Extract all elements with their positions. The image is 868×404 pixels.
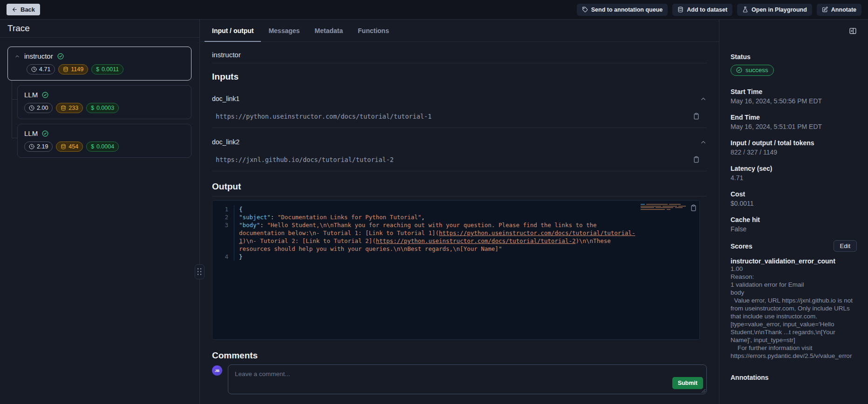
tree-connector-elbow-1 (12, 99, 17, 100)
detail-value-end-time: May 16, 2024, 5:51:01 PM EDT (731, 123, 857, 130)
copy-button[interactable] (693, 156, 700, 163)
trace-sidebar: Trace instructor 4.71 (0, 20, 200, 404)
edit-scores-button[interactable]: Edit (834, 240, 857, 252)
check-circle-icon (736, 67, 742, 73)
detail-label-cache-hit: Cache hit (731, 216, 857, 223)
cost-badge: $ 0.0003 (86, 103, 119, 113)
run-name: instructor (212, 51, 707, 63)
input-field-value-row: https://python.useinstructor.com/docs/tu… (212, 113, 707, 128)
tokens-value: 233 (68, 105, 78, 111)
detail-value-start-time: May 16, 2024, 5:50:56 PM EDT (731, 97, 857, 105)
trace-node-llm-2[interactable]: LLM 2.19 454 $ 0.0004 (17, 124, 191, 158)
comment-box: Submit (228, 364, 707, 394)
back-button[interactable]: Back (7, 4, 40, 15)
trace-node-instructor[interactable]: instructor 4.71 1149 $ 0.0011 (7, 47, 191, 81)
open-in-playground-button[interactable]: Open in Playground (737, 4, 812, 16)
database-icon (61, 144, 66, 149)
send-to-annotation-queue-button[interactable]: Send to annotation queue (577, 4, 668, 16)
run-details-panel: Status success Start Time May 16, 2024, … (719, 20, 868, 404)
detail-value-latency: 4.71 (731, 174, 857, 182)
cost-value: 0.0011 (102, 66, 119, 73)
comment-input[interactable] (228, 365, 706, 394)
back-button-label: Back (21, 6, 35, 13)
detail-label-start-time: Start Time (731, 88, 857, 95)
cost-badge: $ 0.0004 (86, 141, 119, 152)
add-to-dataset-label: Add to dataset (687, 7, 727, 13)
input-field-doc-link1: doc_link1 (212, 95, 707, 102)
detail-value-cost: $0.0011 (731, 200, 857, 207)
score-reason-label: Reason: (731, 273, 857, 281)
clipboard-icon (693, 156, 700, 163)
tab-messages[interactable]: Messages (261, 20, 307, 41)
page-layout: Trace instructor 4.71 (0, 20, 868, 404)
tab-metadata[interactable]: Metadata (307, 20, 350, 41)
clipboard-icon (693, 113, 700, 120)
tab-functions[interactable]: Functions (350, 20, 396, 41)
score-reason-line: Value error, URL https://jxnl.github.io … (731, 296, 857, 344)
copy-output-button[interactable] (690, 204, 697, 211)
latency-badge: 2.00 (24, 103, 53, 113)
trace-node-badges: 2.00 233 $ 0.0003 (24, 103, 185, 113)
trace-panel-title: Trace (0, 20, 199, 38)
field-value: https://jxnl.github.io/docs/tutorial/tut… (212, 156, 394, 163)
output-code-viewer[interactable]: 1{2"subject": "Documentation Links for P… (212, 200, 700, 340)
trace-node-name: LLM (24, 91, 38, 99)
status-label: Status (731, 53, 857, 61)
submit-comment-button[interactable]: Submit (672, 377, 703, 389)
clock-icon (29, 105, 34, 111)
main-panel: Input / output Messages Metadata Functio… (200, 20, 719, 404)
panel-resize-handle[interactable] (195, 264, 205, 279)
open-in-playground-label: Open in Playground (752, 7, 807, 13)
latency-value: 2.19 (37, 143, 48, 150)
clipboard-icon (690, 204, 697, 211)
field-label: doc_link1 (212, 95, 239, 102)
tokens-badge: 1149 (58, 64, 88, 74)
tokens-value: 1149 (71, 66, 83, 73)
cost-value: 0.0003 (96, 105, 114, 111)
tokens-badge: 233 (56, 103, 83, 113)
trace-node-badges: 2.19 454 $ 0.0004 (24, 141, 185, 152)
latency-badge: 2.19 (24, 141, 53, 152)
field-value: https://python.useinstructor.com/docs/tu… (212, 113, 431, 120)
resize-handle-icon[interactable] (702, 389, 705, 393)
trace-node-llm-1[interactable]: LLM 2.00 233 $ 0.0003 (17, 85, 191, 119)
database-icon (677, 7, 683, 13)
score-reason-line: For further information visit https://er… (731, 344, 857, 360)
scores-heading: Scores (731, 242, 752, 250)
tab-bar: Input / output Messages Metadata Functio… (200, 20, 719, 42)
topbar-actions: Send to annotation queue Add to dataset … (577, 4, 861, 16)
tree-connector-elbow-2 (12, 138, 17, 138)
collapse-field-button[interactable] (700, 139, 707, 146)
database-icon (63, 67, 68, 72)
score-reason-line: 1 validation error for Email (731, 281, 857, 289)
detail-label-end-time: End Time (731, 114, 857, 121)
collapse-field-button[interactable] (700, 95, 707, 102)
score-reason-line: body (731, 289, 857, 296)
add-to-dataset-button[interactable]: Add to dataset (672, 4, 732, 16)
copy-button[interactable] (693, 113, 700, 120)
avatar: JB (212, 365, 222, 376)
tab-input-output[interactable]: Input / output (205, 20, 261, 41)
collapse-panel-button[interactable] (849, 27, 857, 35)
detail-label-latency: Latency (sec) (731, 165, 857, 172)
code-line: 4} (212, 253, 699, 261)
check-circle-icon (42, 130, 48, 137)
cost-badge: $ 0.0011 (91, 64, 123, 74)
flask-icon (742, 7, 748, 13)
arrow-left-icon (12, 7, 18, 13)
chevron-up-icon[interactable] (14, 54, 20, 59)
detail-value-tokens: 822 / 327 / 1149 (731, 148, 857, 156)
code-line: 2"subject": "Documentation Links for Pyt… (212, 213, 699, 221)
trace-node-name: LLM (24, 129, 38, 137)
inputs-heading: Inputs (212, 72, 707, 82)
output-heading: Output (212, 182, 707, 196)
annotations-heading: Annotations (731, 374, 857, 381)
code-minimap[interactable] (641, 204, 687, 212)
tokens-badge: 454 (56, 141, 83, 152)
chevron-up-icon (700, 139, 707, 146)
detail-label-tokens: Input / output / total tokens (731, 139, 857, 147)
tree-connector-vertical (12, 81, 12, 138)
score-name: instructor_validation_error_count (731, 257, 857, 265)
send-to-annotation-queue-label: Send to annotation queue (591, 7, 663, 13)
annotate-button[interactable]: Annotate (817, 4, 861, 16)
